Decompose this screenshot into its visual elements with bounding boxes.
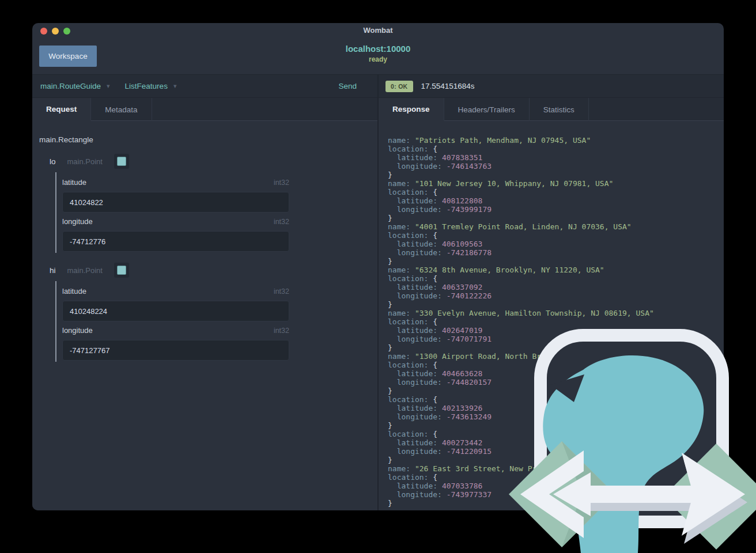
checkbox-checked-icon [117,157,126,166]
response-tabbar: Response Headers/Trailers Statistics [379,98,724,121]
hi-longitude-input[interactable] [62,340,289,361]
nested-fields: latitude int32 longitude int32 [55,281,377,362]
nested-fields: latitude int32 longitude int32 [55,172,377,253]
field-type-badge: int32 [274,179,289,187]
titlebar: Wombat [32,23,724,39]
request-form: main.Rectangle lo main.Point latitude i [32,121,377,362]
tab-statistics[interactable]: Statistics [530,98,589,121]
message-type-label: main.Rectangle [39,135,377,144]
field-name: hi [50,266,56,275]
chevron-down-icon[interactable]: ▾ [107,82,110,90]
send-button[interactable]: Send [338,82,357,90]
field-label: latitude [62,178,86,187]
service-select[interactable]: main.RouteGuide [40,82,101,90]
server-address: localhost:10000 [32,44,724,54]
tab-request[interactable]: Request [32,98,91,121]
checkbox-checked-icon [117,266,126,275]
group-header: lo main.Point [50,154,377,169]
field-type-badge: int32 [274,218,289,226]
response-output: name: "Patriots Path, Mendham, NJ 07945,… [379,121,724,507]
field-label: longitude [62,326,93,335]
call-duration: 17.554151684s [421,82,475,90]
field-name: lo [50,157,56,166]
app-window: Wombat Workspace localhost:10000 ready m… [32,23,724,510]
server-status: ready [32,55,724,63]
method-select[interactable]: ListFeatures [125,82,168,90]
hi-latitude-input[interactable] [62,301,289,321]
desktop: Wombat Workspace localhost:10000 ready m… [0,0,756,553]
field-group-lo: lo main.Point latitude int32 [39,154,377,253]
response-pane: 0: OK 17.554151684s Response Headers/Tra… [377,75,724,510]
request-toolbar: main.RouteGuide ▾ ListFeatures ▾ Send [32,75,377,98]
chevron-down-icon[interactable]: ▾ [173,82,177,90]
status-badge: 0: OK [385,81,413,92]
field-type: main.Point [67,266,103,275]
lo-present-checkbox[interactable] [114,154,129,169]
response-toolbar: 0: OK 17.554151684s [379,75,724,98]
field-label: latitude [62,287,86,296]
main-split: main.RouteGuide ▾ ListFeatures ▾ Send Re… [32,75,724,510]
field-type-badge: int32 [274,327,289,335]
field-group-hi: hi main.Point latitude int32 [39,263,377,362]
tab-headers-trailers[interactable]: Headers/Trailers [444,98,530,121]
field-type: main.Point [67,157,103,166]
request-content: main.Rectangle lo main.Point latitude i [32,121,377,510]
field-label: longitude [62,217,93,226]
tab-metadata[interactable]: Metadata [91,98,152,121]
hi-present-checkbox[interactable] [114,263,129,278]
response-content[interactable]: name: "Patriots Path, Mendham, NJ 07945,… [379,121,724,510]
app-header: Workspace localhost:10000 ready [32,39,724,75]
lo-longitude-input[interactable] [62,231,289,252]
tab-response[interactable]: Response [379,98,444,121]
group-header: hi main.Point [50,263,377,278]
lo-latitude-input[interactable] [62,192,289,213]
field-type-badge: int32 [274,287,289,296]
server-info: localhost:10000 ready [32,44,724,63]
window-title: Wombat [32,26,724,35]
request-pane: main.RouteGuide ▾ ListFeatures ▾ Send Re… [32,75,377,510]
request-tabbar: Request Metadata [32,98,377,121]
